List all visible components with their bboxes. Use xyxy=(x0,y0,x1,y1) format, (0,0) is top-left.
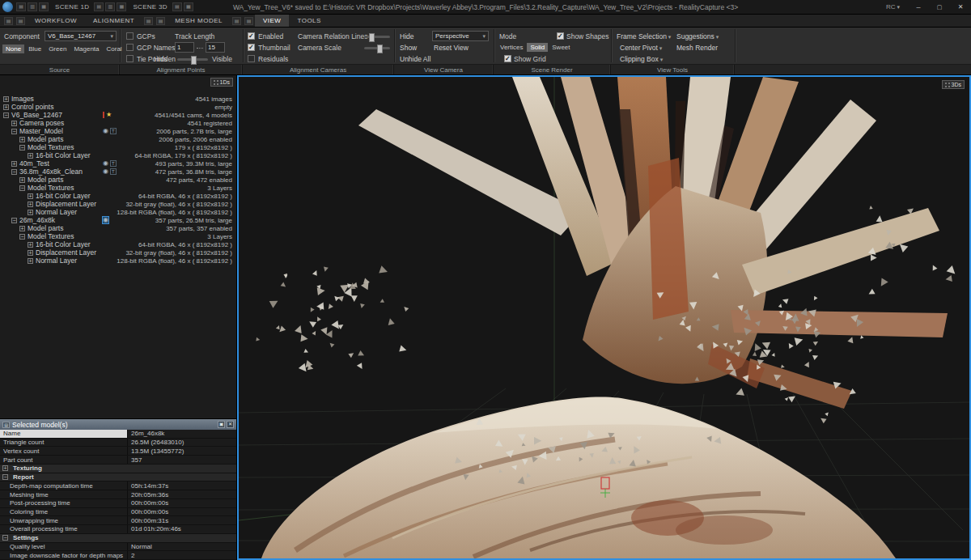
texture-icon[interactable]: T xyxy=(110,168,117,175)
tree-row-40m-test-8[interactable]: +40m_Test◉T493 parts, 39.3M tris, large xyxy=(0,159,236,168)
hidden-visible-slider[interactable] xyxy=(177,58,208,61)
eye-visibility-icon[interactable]: ◉ xyxy=(103,217,108,223)
ribbon-bar-icon[interactable]: ▤ xyxy=(16,17,25,25)
models-row-triangle-count[interactable]: Triangle count26.5M (26483010) xyxy=(0,439,236,448)
tree-expander-icon[interactable]: − xyxy=(11,169,17,175)
show-shapes-checkbox[interactable] xyxy=(557,32,564,40)
tree-expander-icon[interactable]: + xyxy=(28,250,33,256)
gcp-names-checkbox[interactable] xyxy=(126,44,134,51)
tree-row-16-bit-color-layer-18[interactable]: +16-bit Color Layer64-bit RGBA, 46 x ( 8… xyxy=(0,240,236,248)
tree-row-normal-layer-14[interactable]: +Normal Layer128-bit RGBA (float), 46 x … xyxy=(0,208,236,216)
models-row-coloring-time[interactable]: Coloring time00h:00m:00s xyxy=(0,508,236,517)
rc-account-menu[interactable]: RC xyxy=(886,3,900,11)
gcps-checkbox[interactable] xyxy=(126,32,134,40)
ribbon-bar-icon[interactable]: ▤ xyxy=(232,17,241,25)
titlebar-icon[interactable]: ▥ xyxy=(28,2,37,11)
tree-row-model-parts-10[interactable]: +Model parts472 parts, 472 enabled xyxy=(0,176,236,184)
color-mode-none[interactable]: None xyxy=(2,45,24,53)
tree-row-26m-46x8k-15[interactable]: −26m_46x8k◉357 parts, 26.5M tris, large xyxy=(0,216,236,224)
models-row-image-downscale-factor-for-depth-maps[interactable]: Image downscale factor for depth maps2 xyxy=(0,551,236,560)
tree-expander-icon[interactable]: + xyxy=(28,193,33,199)
star-icon[interactable]: ★ xyxy=(106,112,112,118)
eye-visibility-icon[interactable]: ◉ xyxy=(103,128,108,134)
ribbon-tab-tools[interactable]: TOOLS xyxy=(289,15,329,27)
close-button[interactable] xyxy=(950,0,971,14)
models-section-report[interactable]: −Report xyxy=(0,473,236,482)
reset-view-button[interactable]: Reset View xyxy=(434,44,469,52)
panel-tag-3ds[interactable]: 3Ds xyxy=(942,80,965,89)
component-select[interactable]: V6_Base_12467 xyxy=(45,31,117,41)
panel-close-icon[interactable]: ✕ xyxy=(227,421,234,428)
tree-row-control-points-1[interactable]: +Control pointsempty xyxy=(0,103,236,111)
mesh-render-button[interactable]: Mesh Render xyxy=(676,44,718,52)
clipping-box-dropdown[interactable]: Clipping Box xyxy=(620,55,663,63)
ribbon-bar-icon[interactable]: ▤ xyxy=(4,17,13,25)
tree-expander-icon[interactable]: + xyxy=(19,226,25,231)
models-row-quality-level[interactable]: Quality levelNormal xyxy=(0,543,236,552)
color-mode-magenta[interactable]: Magenta xyxy=(70,45,102,53)
ribbon-bar-icon[interactable]: ▤ xyxy=(244,17,253,25)
tree-row-normal-layer-20[interactable]: +Normal Layer128-bit RGBA (float), 46 x … xyxy=(0,257,236,265)
tree-expander-icon[interactable]: + xyxy=(28,242,33,248)
titlebar-icon[interactable]: ▦ xyxy=(184,2,193,11)
texture-icon[interactable]: T xyxy=(110,160,117,167)
tree-row-model-parts-16[interactable]: +Model parts357 parts, 357 enabled xyxy=(0,224,236,232)
panel-tag-1ds[interactable]: 1Ds xyxy=(210,78,233,87)
tree-expander-icon[interactable]: + xyxy=(11,161,17,167)
tree-expander-icon[interactable]: + xyxy=(19,137,25,142)
track-length-max-input[interactable]: 15 xyxy=(206,42,225,53)
tree-row-model-parts-5[interactable]: +Model parts2006 parts, 2006 enabled xyxy=(0,135,236,143)
tree-expander-icon[interactable]: + xyxy=(28,202,33,207)
tree-row-master-model-4[interactable]: −Master_Model◉T2006 parts, 2.7B tris, la… xyxy=(0,127,236,135)
selected-models-header[interactable]: ▤ Selected model(s) ▣ ✕ xyxy=(0,419,236,430)
render-mode-sweet[interactable]: Sweet xyxy=(549,43,573,52)
section-expander-icon[interactable]: + xyxy=(2,465,8,471)
tree-row-model-textures-17[interactable]: −Model Textures3 Layers xyxy=(0,232,236,240)
titlebar-icon[interactable]: ▤ xyxy=(94,2,104,11)
tree-expander-icon[interactable]: − xyxy=(19,185,25,191)
hide-button[interactable]: Hide xyxy=(400,32,413,40)
render-mode-vertices[interactable]: Vertices xyxy=(497,43,526,52)
tree-row-36-8m-46x8k-clean-9[interactable]: −36.8m_46x8k_Clean◉T472 parts, 36.8M tri… xyxy=(0,168,236,176)
models-row-post-processing-time[interactable]: Post-processing time00h:00m:00s xyxy=(0,499,236,508)
models-row-name[interactable]: Name26m_46x8k xyxy=(0,430,236,439)
eye-visibility-icon[interactable]: ◉ xyxy=(103,168,108,175)
show-button[interactable]: Show xyxy=(400,44,417,52)
tree-expander-icon[interactable]: + xyxy=(3,96,9,102)
models-row-meshing-time[interactable]: Meshing time20h:05m:36s xyxy=(0,490,236,499)
color-mode-green[interactable]: Green xyxy=(45,45,70,53)
center-pivot-dropdown[interactable]: Center Pivot xyxy=(620,44,662,52)
unhide-all-button[interactable]: Unhide All xyxy=(400,55,430,63)
tree-expander-icon[interactable]: − xyxy=(3,112,9,118)
tree-row-displacement-layer-13[interactable]: +Displacement Layer32-bit gray (float), … xyxy=(0,200,236,208)
models-row-depth-map-computation-time[interactable]: Depth-map computation time05h:14m:37s xyxy=(0,482,236,490)
models-section-settings[interactable]: −Settings xyxy=(0,534,236,543)
tree-row-16-bit-color-layer-7[interactable]: +16-bit Color Layer64-bit RGBA, 179 x ( … xyxy=(0,151,236,159)
color-mode-blue[interactable]: Blue xyxy=(25,45,45,53)
models-row-vertex-count[interactable]: Vertex count13.5M (13455772) xyxy=(0,447,236,456)
tie-points-checkbox[interactable] xyxy=(126,55,134,62)
tree-row-images-0[interactable]: +Images4541 images xyxy=(0,95,236,103)
tree-expander-icon[interactable]: − xyxy=(11,218,17,223)
section-expander-icon[interactable]: − xyxy=(2,474,8,480)
scene-tab-3d[interactable]: SCENE 3D xyxy=(133,3,167,11)
tree-expander-icon[interactable]: − xyxy=(11,129,17,134)
tree-expander-icon[interactable]: + xyxy=(28,258,33,264)
camera-relation-lines-slider[interactable] xyxy=(364,36,390,38)
viewport-3d[interactable]: 3Ds xyxy=(237,75,971,560)
ribbon-tab-view[interactable]: VIEW xyxy=(255,15,289,27)
ribbon-tab-alignment[interactable]: ALIGNMENT xyxy=(85,15,142,27)
ribbon-tab-mesh-model[interactable]: MESH MODEL xyxy=(167,15,231,27)
maximize-button[interactable] xyxy=(929,0,950,14)
titlebar-icon[interactable]: ▦ xyxy=(117,2,126,11)
titlebar-icon[interactable]: ▤ xyxy=(16,2,26,11)
tree-expander-icon[interactable]: + xyxy=(11,121,17,126)
suggestions-dropdown[interactable]: Suggestions xyxy=(676,32,719,40)
frame-selection-dropdown[interactable]: Frame Selection xyxy=(617,32,671,40)
tree-expander-icon[interactable]: + xyxy=(28,210,33,215)
minimize-button[interactable] xyxy=(908,0,929,14)
tree-row-camera-poses-3[interactable]: +Camera poses4541 registered xyxy=(0,119,236,127)
scene-tab-1d[interactable]: SCENE 1D xyxy=(55,3,89,11)
tree-row-model-textures-11[interactable]: −Model Textures3 Layers xyxy=(0,184,236,192)
tree-expander-icon[interactable]: + xyxy=(28,153,33,159)
